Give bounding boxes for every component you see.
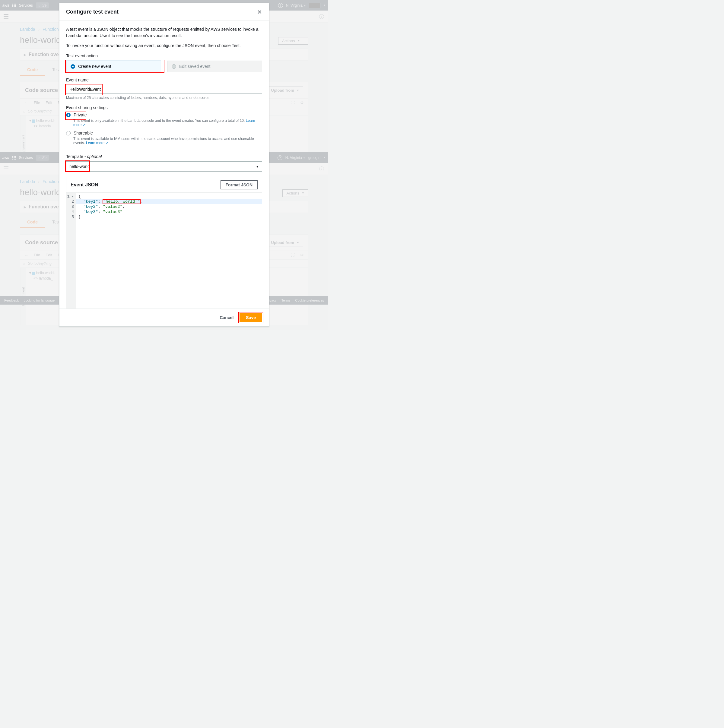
template-label: Template - optional	[66, 154, 262, 159]
event-name-block: Event name Maximum of 25 characters cons…	[66, 78, 262, 100]
edit-saved-event-option: Edit saved event	[167, 61, 262, 72]
event-sharing-block: Event sharing settings Private This even…	[66, 105, 262, 149]
private-radio[interactable]: Private	[66, 113, 87, 117]
event-name-label: Event name	[66, 78, 262, 82]
caret-down-icon: ▼	[256, 165, 259, 168]
cancel-button[interactable]: Cancel	[219, 314, 235, 322]
radio-on-icon	[66, 113, 70, 117]
template-value: hello-world	[69, 164, 90, 169]
external-link-icon: ↗	[106, 141, 109, 145]
shareable-label: Shareable	[73, 131, 93, 135]
modal-title: Configure test event	[66, 9, 119, 15]
template-select[interactable]: hello-world ▼	[66, 161, 262, 171]
learn-more-shareable[interactable]: Learn more ↗	[86, 141, 109, 145]
radio-on-icon	[70, 64, 75, 69]
line-gutter: 1 ▾2345	[66, 193, 76, 309]
code-lines[interactable]: { "key1": "hello, world!", "key2": "valu…	[76, 193, 262, 309]
modal-description-2: To invoke your function without saving a…	[66, 43, 262, 48]
radio-off-icon	[66, 131, 70, 135]
save-button[interactable]: Save	[240, 313, 262, 322]
shareable-radio[interactable]: Shareable	[66, 131, 262, 135]
private-label: Private	[73, 113, 87, 117]
event-name-hint: Maximum of 25 characters consisting of l…	[66, 96, 262, 100]
modal-description-1: A test event is a JSON object that mocks…	[66, 26, 262, 39]
event-name-input[interactable]	[66, 85, 262, 94]
template-wrap: hello-world ▼	[66, 161, 262, 171]
template-optional: - optional	[84, 154, 102, 159]
create-new-label: Create new event	[78, 64, 111, 69]
event-json-header: Event JSON Format JSON	[66, 177, 262, 193]
shareable-desc: This event is available to IAM users wit…	[73, 137, 262, 145]
edit-saved-label: Edit saved event	[179, 64, 211, 69]
save-wrap: Save	[240, 313, 262, 322]
modal-body: A test event is a JSON object that mocks…	[60, 21, 269, 309]
create-new-event-option[interactable]: Create new event	[66, 61, 161, 72]
event-json-title: Event JSON	[70, 182, 98, 188]
private-desc: This event is only available in the Lamb…	[73, 119, 262, 127]
external-link-icon: ↗	[83, 123, 86, 127]
format-json-button[interactable]: Format JSON	[220, 180, 258, 190]
event-name-wrap	[66, 85, 262, 94]
json-editor[interactable]: 1 ▾2345 { "key1": "hello, world!", "key2…	[66, 193, 262, 309]
modal-header: Configure test event ✕	[60, 3, 269, 21]
test-event-action-toggle: Create new event Edit saved event	[66, 61, 262, 72]
template-block: Template - optional hello-world ▼	[66, 154, 262, 171]
close-icon[interactable]: ✕	[257, 9, 262, 15]
event-json-panel: Event JSON Format JSON 1 ▾2345 { "key1":…	[66, 177, 262, 309]
test-event-action-label: Test event action	[66, 54, 262, 58]
radio-disabled-icon	[171, 64, 176, 69]
modal-footer: Cancel Save	[60, 309, 269, 326]
event-sharing-label: Event sharing settings	[66, 105, 262, 110]
configure-test-event-modal: Configure test event ✕ A test event is a…	[59, 3, 269, 327]
